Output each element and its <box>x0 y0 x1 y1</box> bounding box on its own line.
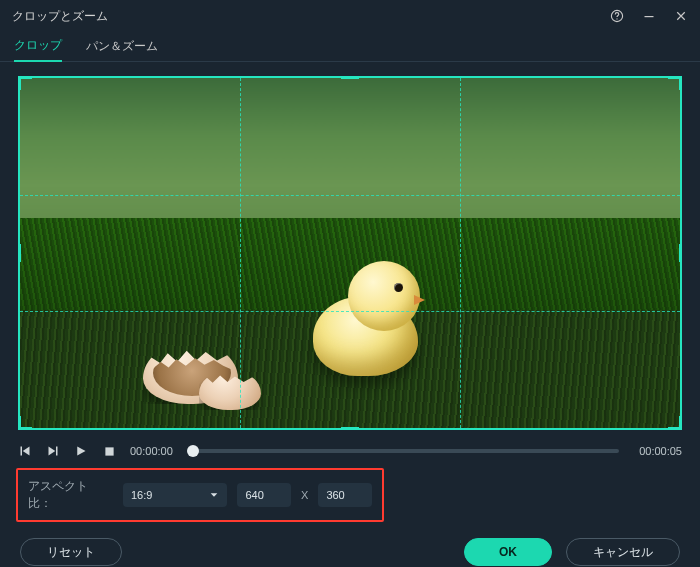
stop-icon[interactable] <box>102 444 116 458</box>
minimize-icon[interactable] <box>642 9 656 23</box>
crop-handle-right[interactable] <box>679 244 682 262</box>
tab-panzoom[interactable]: パン＆ズーム <box>86 38 158 61</box>
prev-frame-icon[interactable] <box>18 444 32 458</box>
cancel-button[interactable]: キャンセル <box>566 538 680 566</box>
svg-rect-2 <box>645 16 654 17</box>
aspect-label: アスペクト比： <box>28 478 107 512</box>
footer: リセット OK キャンセル <box>0 522 700 567</box>
chevron-down-icon <box>209 490 219 500</box>
aspect-ratio-row: アスペクト比： 16:9 640 X 360 <box>16 468 384 522</box>
tabbar: クロップ パン＆ズーム <box>0 32 700 62</box>
crop-handle-bl[interactable] <box>18 416 32 430</box>
playbar: 00:00:00 00:00:05 <box>0 438 700 462</box>
timeline[interactable] <box>193 449 619 453</box>
playhead[interactable] <box>187 445 199 457</box>
crop-handle-bottom[interactable] <box>341 427 359 430</box>
preview-image <box>18 76 682 430</box>
ok-button[interactable]: OK <box>464 538 552 566</box>
next-frame-icon[interactable] <box>46 444 60 458</box>
time-current: 00:00:00 <box>130 445 173 457</box>
width-input[interactable]: 640 <box>237 483 291 507</box>
preview-canvas[interactable] <box>18 76 682 430</box>
crop-handle-tr[interactable] <box>668 76 682 90</box>
close-icon[interactable] <box>674 9 688 23</box>
titlebar: クロップとズーム <box>0 0 700 32</box>
time-duration: 00:00:05 <box>639 445 682 457</box>
svg-point-1 <box>616 18 617 19</box>
width-value: 640 <box>245 489 263 501</box>
dimension-x: X <box>301 489 308 501</box>
height-input[interactable]: 360 <box>318 483 372 507</box>
window-title: クロップとズーム <box>12 8 108 25</box>
svg-rect-4 <box>56 447 58 456</box>
crop-handle-top[interactable] <box>341 76 359 79</box>
window-controls <box>610 9 688 23</box>
reset-button[interactable]: リセット <box>20 538 122 566</box>
aspect-ratio-value: 16:9 <box>131 489 152 501</box>
aspect-ratio-select[interactable]: 16:9 <box>123 483 227 507</box>
crop-handle-tl[interactable] <box>18 76 32 90</box>
crop-handle-br[interactable] <box>668 416 682 430</box>
help-icon[interactable] <box>610 9 624 23</box>
crop-handle-left[interactable] <box>18 244 21 262</box>
svg-rect-3 <box>21 447 23 456</box>
tab-crop[interactable]: クロップ <box>14 37 62 62</box>
preview-area <box>0 62 700 438</box>
play-icon[interactable] <box>74 444 88 458</box>
svg-rect-5 <box>105 447 113 455</box>
height-value: 360 <box>326 489 344 501</box>
